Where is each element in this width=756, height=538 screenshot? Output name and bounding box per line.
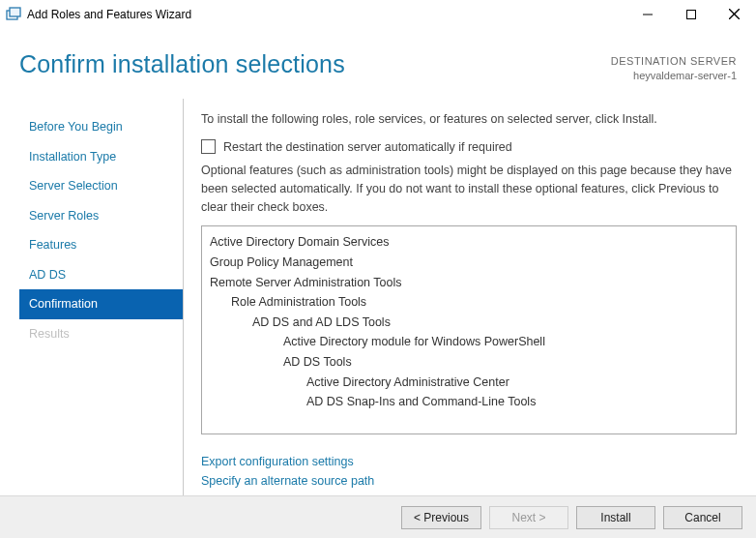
- selection-item: AD DS and AD LDS Tools: [210, 313, 728, 333]
- wizard-step[interactable]: AD DS: [19, 260, 183, 290]
- selection-item: Role Administration Tools: [210, 292, 728, 313]
- destination-server-label: DESTINATION SERVER: [611, 54, 737, 69]
- selection-item: AD DS Tools: [210, 352, 728, 373]
- destination-server-info: DESTINATION SERVER heyvaldemar-server-1: [611, 50, 737, 84]
- selection-item: Remote Server Administration Tools: [210, 273, 728, 293]
- wizard-step[interactable]: Features: [19, 230, 183, 260]
- install-button[interactable]: Install: [576, 506, 655, 529]
- wizard-body: Before You BeginInstallation TypeServer …: [0, 99, 756, 495]
- selection-item: Active Directory Domain Services: [210, 232, 728, 253]
- action-links: Export configuration settings Specify an…: [201, 452, 737, 491]
- intro-text: To install the following roles, role ser…: [201, 112, 737, 126]
- selection-item: Active Directory Administrative Center: [210, 373, 728, 393]
- wizard-steps-sidebar: Before You BeginInstallation TypeServer …: [19, 99, 184, 495]
- window-controls: [625, 0, 756, 29]
- close-button[interactable]: [712, 0, 756, 29]
- maximize-button[interactable]: [669, 0, 712, 29]
- restart-checkbox-label: Restart the destination server automatic…: [223, 140, 512, 154]
- selection-item: Active Directory module for Windows Powe…: [210, 332, 728, 352]
- svg-rect-1: [10, 8, 20, 16]
- alternate-source-link[interactable]: Specify an alternate source path: [201, 471, 737, 491]
- page-title: Confirm installation selections: [19, 50, 611, 78]
- wizard-main-panel: To install the following roles, role ser…: [184, 99, 737, 495]
- destination-server-name: heyvaldemar-server-1: [611, 69, 737, 83]
- titlebar: Add Roles and Features Wizard: [0, 0, 756, 29]
- previous-button[interactable]: < Previous: [401, 506, 481, 529]
- selection-item: Group Policy Management: [210, 253, 728, 273]
- minimize-button[interactable]: [625, 0, 669, 29]
- wizard-step[interactable]: Confirmation: [19, 289, 183, 319]
- selection-item: AD DS Snap-Ins and Command-Line Tools: [210, 392, 728, 412]
- wizard-step[interactable]: Server Roles: [19, 201, 183, 231]
- optional-features-note: Optional features (such as administratio…: [201, 162, 737, 216]
- wizard-step[interactable]: Installation Type: [19, 142, 183, 172]
- restart-checkbox[interactable]: [201, 139, 216, 154]
- export-config-link[interactable]: Export configuration settings: [201, 452, 737, 471]
- app-icon: [6, 7, 21, 22]
- next-button: Next >: [489, 506, 568, 529]
- selections-listbox[interactable]: Active Directory Domain ServicesGroup Po…: [201, 225, 737, 434]
- wizard-step: Results: [19, 319, 183, 349]
- restart-checkbox-row: Restart the destination server automatic…: [201, 139, 737, 154]
- svg-rect-3: [686, 10, 695, 18]
- cancel-button[interactable]: Cancel: [663, 506, 742, 529]
- window-title: Add Roles and Features Wizard: [27, 8, 625, 21]
- wizard-step[interactable]: Server Selection: [19, 171, 183, 201]
- wizard-footer: < Previous Next > Install Cancel: [0, 495, 756, 538]
- wizard-header: Confirm installation selections DESTINAT…: [0, 29, 756, 99]
- wizard-step[interactable]: Before You Begin: [19, 112, 183, 142]
